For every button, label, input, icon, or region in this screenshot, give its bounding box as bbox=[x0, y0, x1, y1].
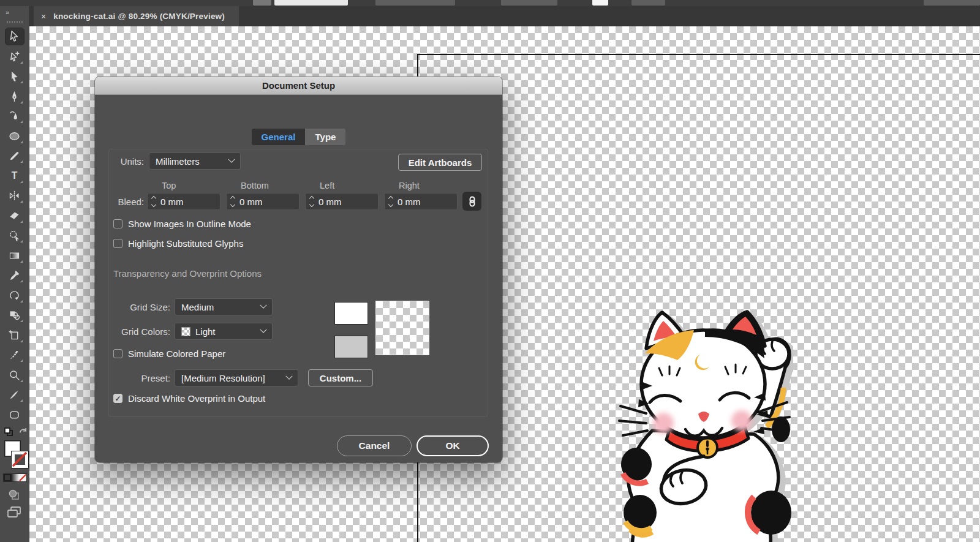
rotate-tool[interactable] bbox=[6, 287, 24, 304]
grid-color-swatch-gray bbox=[334, 336, 368, 358]
chevron-down-icon bbox=[285, 373, 292, 380]
knife-tool[interactable] bbox=[6, 386, 24, 403]
preset-label: Preset: bbox=[113, 373, 170, 383]
gradient-tool[interactable] bbox=[6, 247, 24, 264]
grid-size-dropdown[interactable]: Medium bbox=[175, 298, 273, 315]
stepper-icon[interactable] bbox=[310, 197, 314, 206]
chevron-down-icon bbox=[260, 302, 266, 309]
checkbox-checked[interactable]: ✓ bbox=[113, 394, 123, 403]
custom-button[interactable]: Custom... bbox=[308, 369, 373, 386]
grid-color-swatch-white bbox=[334, 302, 368, 325]
type-tool[interactable]: T bbox=[6, 168, 24, 184]
checkbox-unchecked[interactable] bbox=[113, 349, 123, 358]
pencil-tool[interactable] bbox=[6, 148, 24, 164]
illustrator-window: × knocking-cat.ai @ 80.29% (CMYK/Preview… bbox=[0, 0, 980, 542]
bleed-col-top: Top bbox=[147, 181, 221, 190]
stepper-icon[interactable] bbox=[152, 197, 156, 206]
shape-builder-tool[interactable] bbox=[6, 307, 24, 323]
paint-mode-buttons bbox=[3, 473, 27, 482]
close-tab-icon[interactable]: × bbox=[41, 12, 46, 21]
topbar-control-stub bbox=[501, 0, 557, 6]
dialog-title[interactable]: Document Setup bbox=[95, 77, 502, 95]
control-bar-stub bbox=[0, 0, 980, 6]
tools-panel: » T bbox=[0, 6, 29, 542]
drawing-mode-icon[interactable] bbox=[7, 488, 21, 504]
artboard-canvas[interactable]: Document Setup General Type Units: Milli… bbox=[29, 26, 980, 542]
screen-mode-icon[interactable] bbox=[6, 505, 22, 521]
shaper-tool[interactable] bbox=[6, 227, 24, 244]
stroke-color-swatch-none[interactable] bbox=[12, 451, 28, 468]
grid-size-label: Grid Size: bbox=[113, 302, 170, 312]
chain-link-icon bbox=[467, 196, 477, 207]
grid-colors-dropdown[interactable]: Light bbox=[175, 323, 273, 340]
zoom-tool[interactable] bbox=[6, 367, 24, 383]
checkbox-unchecked[interactable] bbox=[113, 239, 123, 248]
default-fill-stroke-icon[interactable] bbox=[4, 427, 13, 439]
simulate-paper-row[interactable]: Simulate Colored Paper bbox=[113, 348, 225, 359]
bleed-col-left: Left bbox=[305, 181, 379, 190]
svg-text:T: T bbox=[12, 170, 18, 181]
bleed-label: Bleed: bbox=[113, 197, 144, 207]
topbar-control-stub bbox=[375, 0, 455, 6]
checkbox-unchecked[interactable] bbox=[113, 219, 123, 228]
document-tab-bar: × knocking-cat.ai @ 80.29% (CMYK/Preview… bbox=[29, 6, 980, 26]
document-tab[interactable]: × knocking-cat.ai @ 80.29% (CMYK/Preview… bbox=[34, 6, 239, 26]
bleed-top-field[interactable]: 0 mm bbox=[147, 193, 221, 210]
dialog-tab-group: General Type bbox=[252, 129, 346, 145]
topbar-control-stub bbox=[631, 0, 665, 6]
chevron-down-icon bbox=[260, 326, 266, 333]
toolbar-grip-handle[interactable] bbox=[7, 21, 23, 23]
document-title: knocking-cat.ai @ 80.29% (CMYK/Preview) bbox=[53, 12, 225, 21]
stepper-icon[interactable] bbox=[231, 197, 235, 206]
show-images-outline-row[interactable]: Show Images In Outline Mode bbox=[113, 219, 251, 229]
grid-colors-label: Grid Colors: bbox=[113, 326, 170, 337]
preset-dropdown[interactable]: [Medium Resolution] bbox=[175, 369, 298, 386]
ellipse-tool[interactable] bbox=[6, 128, 24, 145]
pen-tool[interactable] bbox=[6, 88, 24, 105]
edit-artboards-button[interactable]: Edit Artboards bbox=[398, 154, 482, 171]
curvature-tool[interactable] bbox=[6, 108, 24, 124]
reflect-tool[interactable] bbox=[6, 187, 24, 204]
ok-button[interactable]: OK bbox=[417, 435, 489, 456]
eraser-tool[interactable] bbox=[6, 208, 24, 224]
toolbar-expand-button[interactable]: » bbox=[0, 6, 29, 18]
chevron-down-icon bbox=[228, 156, 235, 163]
artboard-tool[interactable] bbox=[6, 327, 24, 344]
cancel-button[interactable]: Cancel bbox=[337, 435, 412, 456]
topbar-control-stub bbox=[274, 0, 348, 6]
topbar-control-stub bbox=[924, 0, 980, 6]
eyedropper-tool[interactable] bbox=[6, 267, 24, 284]
group-selection-tool[interactable] bbox=[6, 68, 24, 85]
topbar-control-stub bbox=[253, 0, 271, 6]
blend-tool[interactable] bbox=[6, 347, 24, 363]
none-mode-button[interactable] bbox=[19, 474, 26, 481]
maneki-neko-cat-illustration[interactable] bbox=[614, 309, 793, 542]
bleed-col-right: Right bbox=[384, 181, 458, 190]
direct-selection-tool[interactable] bbox=[6, 48, 24, 65]
gradient-mode-button[interactable] bbox=[11, 474, 18, 481]
tab-type[interactable]: Type bbox=[305, 129, 345, 145]
color-mode-button[interactable] bbox=[4, 474, 11, 481]
bleed-right-field[interactable]: 0 mm bbox=[384, 193, 458, 210]
artboard-edge-top bbox=[417, 54, 980, 55]
tab-general[interactable]: General bbox=[252, 129, 306, 145]
rounded-rectangle-tool[interactable] bbox=[6, 407, 24, 423]
topbar-control-stub bbox=[592, 0, 608, 6]
highlight-glyphs-row[interactable]: Highlight Substituted Glyphs bbox=[113, 238, 243, 249]
bleed-col-bottom: Bottom bbox=[226, 181, 300, 190]
units-label: Units: bbox=[113, 156, 144, 167]
stepper-icon[interactable] bbox=[389, 197, 393, 206]
grid-preview-checker bbox=[375, 301, 429, 355]
discard-overprint-row[interactable]: ✓ Discard White Overprint in Output bbox=[113, 393, 265, 404]
color-controls bbox=[0, 427, 29, 519]
document-setup-dialog: Document Setup General Type Units: Milli… bbox=[95, 77, 502, 462]
transparency-section-header: Transparency and Overprint Options bbox=[113, 268, 262, 279]
bleed-bottom-field[interactable]: 0 mm bbox=[226, 193, 300, 210]
units-dropdown[interactable]: Millimeters bbox=[149, 152, 241, 170]
swap-fill-stroke-icon[interactable] bbox=[18, 427, 28, 438]
checker-swatch-icon bbox=[181, 327, 190, 336]
bleed-link-button[interactable] bbox=[462, 192, 481, 211]
selection-tool[interactable] bbox=[6, 28, 24, 45]
bleed-left-field[interactable]: 0 mm bbox=[305, 193, 379, 210]
